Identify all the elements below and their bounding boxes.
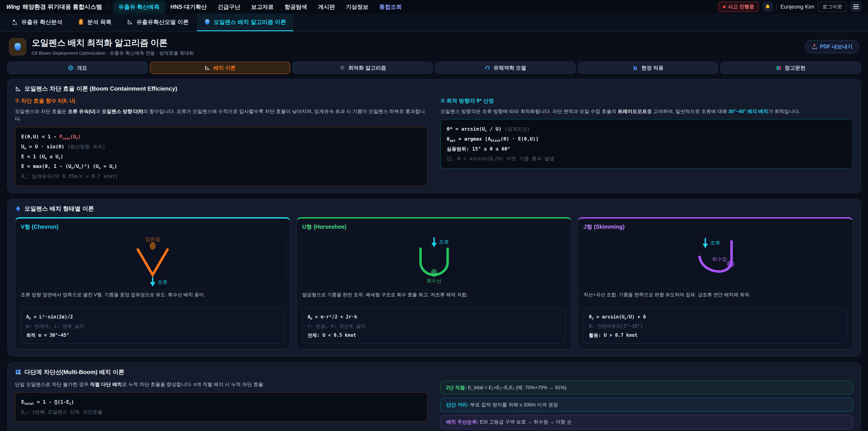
formula-line: Un = U · sin(θ) (법선방향 유속) bbox=[21, 142, 421, 152]
page-header: 오일펜스 배치 최적화 알고리즘 이론 Oil Boom Deployment … bbox=[0, 32, 868, 60]
page-subtitle: Oil Boom Deployment Optimization · 유출유 확… bbox=[32, 50, 194, 56]
subtab-diffusion-model-theory[interactable]: 유출유확산모델 이론 bbox=[120, 13, 196, 31]
section-boom-shapes: 오일펜스 배치 형태별 이론 V형 (Chevron) 집유점 조류 조류 방향… bbox=[7, 199, 861, 357]
nav-item-board[interactable]: 게시판 bbox=[313, 1, 340, 12]
status-dot-icon bbox=[723, 5, 725, 8]
tab-references[interactable]: 참고문헌 bbox=[720, 62, 861, 74]
nav-item-emergency-rescue[interactable]: 긴급구난 bbox=[213, 1, 245, 12]
formula-line: θ* = arcsin(Uc / U) (임계조건) bbox=[447, 124, 847, 134]
subtab-boom-algorithm-theory[interactable]: 오일펜스 배치 알고리즘 이론 bbox=[197, 13, 293, 31]
formula-line: Ei: i번째 오일펜스 단독 차단효율 bbox=[21, 407, 421, 417]
formula-line: E = max(0, 1 - (Un/Uc)²) (Un > Uc) bbox=[21, 161, 421, 171]
tab-label: 현장 적용 bbox=[641, 64, 663, 71]
multiboom-notes-column: 2단 직렬: E_total = E₁+E₂−E₁E₂ (예: 70%+70% … bbox=[440, 380, 853, 431]
section-title-row: 다단계 차단선(Multi-Boom) 배치 이론 bbox=[15, 368, 853, 376]
subtab-label: 유출유 확산분석 bbox=[21, 18, 62, 26]
page-title: 오일펜스 배치 최적화 알고리즘 이론 bbox=[32, 37, 194, 49]
tab-label: 참고문헌 bbox=[785, 64, 806, 71]
nav-item-integrated-search[interactable]: 통합조회 bbox=[374, 1, 407, 12]
subtab-label: 유출유확산모델 이론 bbox=[136, 18, 189, 26]
incident-status-badge[interactable]: 사고 진행중 bbox=[718, 2, 758, 12]
current-arrowhead bbox=[150, 282, 155, 286]
top-navigation-bar: Wing 해양환경 위기대응 통합시스템 유출유 확산예측 HNS·대기확산 긴… bbox=[0, 0, 868, 13]
books-icon bbox=[776, 65, 782, 71]
set-square-icon bbox=[204, 65, 210, 71]
recovery-point-label: 회수점 bbox=[712, 256, 727, 262]
formula-line: 활용: U > 0.7 knot bbox=[589, 331, 842, 340]
subtab-label: 오일펜스 배치 알고리즘 이론 bbox=[214, 18, 286, 26]
grid-icon bbox=[15, 369, 21, 375]
content-tab-strip: 개요 배치 이론 최적화 알고리즘 유체역학 모델 현장 적용 bbox=[0, 60, 868, 79]
nav-item-hns-atmospheric[interactable]: HNS·대기확산 bbox=[165, 1, 212, 12]
pdf-export-label: PDF 내보내기 bbox=[820, 43, 852, 50]
hamburger-menu-button[interactable] bbox=[850, 2, 862, 12]
shape-formula-block: AU = π·r²/2 + 2r·h r: 반경, h: 직선부 길이 전제: … bbox=[302, 308, 566, 344]
section-title: 오일펜스 차단 효율 이론 (Boom Containment Efficien… bbox=[24, 85, 177, 93]
notifications-button[interactable] bbox=[763, 2, 773, 12]
set-square-icon bbox=[127, 19, 133, 25]
diamond-icon bbox=[15, 206, 21, 212]
boom-shape-card-skimming: J형 (Skimming) 조류 회수점 직선+곡선 조합. 기름을 한쪽으로 … bbox=[578, 217, 853, 350]
bell-icon bbox=[765, 4, 771, 10]
formula-line: 전제: U < 0.5 knot bbox=[308, 331, 561, 340]
globe-icon bbox=[68, 65, 74, 71]
export-icon bbox=[811, 44, 817, 50]
formula-line: θJ = arcsin(Uc/U) + δ bbox=[589, 312, 842, 321]
microscope-icon bbox=[12, 19, 18, 25]
nav-item-weather-info[interactable]: 기상정보 bbox=[341, 1, 373, 12]
tab-field-application[interactable]: 현장 적용 bbox=[578, 62, 718, 74]
logout-button[interactable]: 로그아웃 bbox=[818, 2, 847, 12]
optimal-angle-formula-block: θ* = arcsin(Uc / U) (임계조건) θopt = argmax… bbox=[440, 119, 853, 168]
tab-overview[interactable]: 개요 bbox=[7, 62, 148, 74]
page-title-block: 오일펜스 배치 최적화 알고리즘 이론 Oil Boom Deployment … bbox=[32, 37, 194, 56]
optimal-angle-column: ② 최적 방향각 θ* 산정 오일펜스 방향각은 조류 방향에 따라 최적화됩니… bbox=[440, 97, 853, 186]
current-arrowhead bbox=[431, 243, 437, 247]
subsection-paragraph: 오일펜스의 차단 효율은 조류 유속(U)과 오일펜스 방향각(θ)의 함수입니… bbox=[15, 107, 428, 123]
app-logo: Wing 해양환경 위기대응 통합시스템 bbox=[6, 3, 102, 11]
formula-line: E(θ,U) = 1 - FLoss(Un) bbox=[21, 132, 421, 142]
clipboard-icon bbox=[78, 19, 84, 25]
section-containment-efficiency: 오일펜스 차단 효율 이론 (Boom Containment Efficien… bbox=[7, 79, 861, 193]
secondary-tab-bar: 유출유 확산분석 분석 목록 유출유확산모델 이론 오일펜스 배치 알고리즘 이… bbox=[0, 13, 868, 32]
divider bbox=[107, 4, 108, 10]
nav-item-reports[interactable]: 보고자료 bbox=[246, 1, 279, 12]
formula-line: 최적 α = 30°~45° bbox=[26, 331, 279, 340]
tab-label: 최적화 알고리즘 bbox=[348, 64, 386, 71]
section-title-row: 오일펜스 배치 형태별 이론 bbox=[15, 205, 853, 213]
collection-point-marker bbox=[150, 242, 156, 250]
formula-line: AV = L²·sin(2α)/2 bbox=[26, 312, 279, 321]
recovery-vessel-label: 회수선 bbox=[427, 278, 441, 284]
subtab-label: 분석 목록 bbox=[87, 18, 112, 26]
subtab-spill-analysis[interactable]: 유출유 확산분석 bbox=[4, 13, 70, 31]
collection-point-label: 집유점 bbox=[145, 237, 160, 242]
shape-formula-block: AV = L²·sin(2α)/2 α: 반개각, L: 편측 길이 최적 α … bbox=[21, 308, 285, 344]
recovery-point-marker bbox=[727, 260, 735, 268]
section-title: 오일펜스 배치 형태별 이론 bbox=[24, 205, 94, 213]
shape-description: 조류 방향 정면에서 양측으로 펼친 V형. 기름을 중앙 집유점으로 유도. … bbox=[21, 291, 285, 305]
shield-icon bbox=[204, 19, 211, 25]
formula-line: θopt = argmax [Ablock(θ) · E(θ,U)] bbox=[447, 134, 847, 144]
formula-line: Uc: 임계유속(약 0.35m/s ≈ 0.7 knot) bbox=[21, 171, 421, 181]
divider bbox=[776, 4, 777, 10]
formula-line: Etotal = 1 - ∏(1-Ei) bbox=[21, 397, 421, 407]
section-title: 다단계 차단선(Multi-Boom) 배치 이론 bbox=[24, 368, 124, 376]
pdf-export-button[interactable]: PDF 내보내기 bbox=[805, 40, 859, 53]
formula-line: 실용범위: 15° ≤ θ ≤ 60° bbox=[447, 144, 847, 154]
nav-item-aerial-search[interactable]: 항공탐색 bbox=[280, 1, 312, 12]
tab-label: 배치 이론 bbox=[213, 64, 236, 71]
app-title: 해양환경 위기대응 통합시스템 bbox=[22, 3, 102, 11]
topbar-right-cluster: 사고 진행중 Eunjeong Kim 로그아웃 bbox=[718, 2, 862, 12]
formula-line: δ: 안전여유각(5°~10°) bbox=[589, 321, 842, 331]
subtab-analysis-list[interactable]: 분석 목록 bbox=[70, 13, 119, 31]
hamburger-icon bbox=[853, 4, 859, 5]
user-name: Eunjeong Kim bbox=[780, 4, 814, 10]
tab-hydrodynamics-model[interactable]: 유체역학 모델 bbox=[435, 62, 576, 74]
section-multi-boom: 다단계 차단선(Multi-Boom) 배치 이론 단일 오일펜스로 차단 불가… bbox=[7, 362, 861, 431]
shield-icon bbox=[13, 42, 22, 51]
tab-optimization-algorithm[interactable]: 최적화 알고리즘 bbox=[292, 62, 433, 74]
shape-description: 말굽형으로 기름을 완전 포위. 폐쇄형 구조로 회수 효율 최고. 저조류 해… bbox=[302, 291, 566, 305]
shape-card-title: U형 (Horseshoe) bbox=[302, 223, 566, 230]
set-square-icon bbox=[15, 86, 21, 92]
tab-deployment-theory[interactable]: 배치 이론 bbox=[150, 62, 290, 74]
nav-item-oil-spill-forecast[interactable]: 유출유 확산예측 bbox=[114, 1, 164, 12]
